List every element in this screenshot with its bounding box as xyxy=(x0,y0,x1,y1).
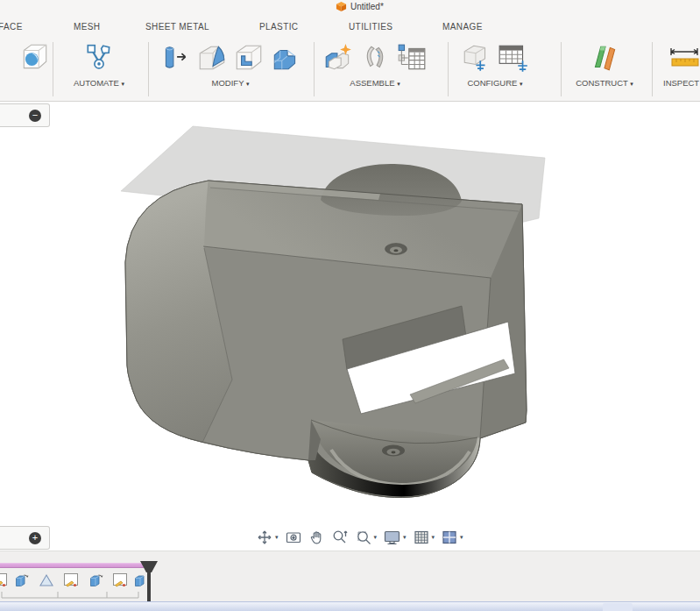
3d-model[interactable] xyxy=(125,164,527,498)
ribbon-toolbar: AUTOMATE ▾ xyxy=(0,37,700,102)
browser-panel-collapsed: − xyxy=(0,103,50,127)
viewports-icon xyxy=(441,529,458,546)
orbit-icon xyxy=(256,529,273,546)
status-notch xyxy=(603,603,633,611)
navigation-bar: ▾ xyxy=(256,527,463,548)
ribbon-tab-bar: FACE MESH SHEET METAL PLASTIC UTILITIES … xyxy=(0,15,700,37)
display-dropdown-caret[interactable]: ▾ xyxy=(403,534,407,541)
panel-collapse-button[interactable]: − xyxy=(29,110,41,122)
toolbar-group-modify: MODIFY ▾ xyxy=(156,40,305,88)
configuration-icon[interactable] xyxy=(460,40,493,75)
viewports-dropdown-caret[interactable]: ▾ xyxy=(460,534,463,541)
modify-group-label[interactable]: MODIFY ▾ xyxy=(156,78,305,88)
timeline-panel xyxy=(0,551,700,601)
toolbar-group-construct: CONSTRUCT ▾ xyxy=(562,40,647,88)
toolbar-group-assemble: ASSEMBLE ▾ xyxy=(318,40,432,88)
partial-tool-icon[interactable] xyxy=(0,40,16,75)
timeline-group-bracket xyxy=(0,590,149,600)
panel-expand-button[interactable]: + xyxy=(29,532,41,544)
orbit-button[interactable]: ▾ xyxy=(256,529,279,546)
timeline-feature-plane[interactable] xyxy=(39,572,54,588)
fit-icon xyxy=(355,529,372,546)
toolbar-separator xyxy=(53,42,53,96)
tab-mesh[interactable]: MESH xyxy=(74,22,101,32)
display-settings-button[interactable]: ▾ xyxy=(383,529,407,546)
new-component-icon[interactable] xyxy=(322,40,355,75)
press-pull-icon[interactable] xyxy=(159,40,192,75)
look-at-icon xyxy=(285,529,302,546)
tab-manage[interactable]: MANAGE xyxy=(442,22,483,32)
zoom-icon xyxy=(331,529,349,546)
document-cube-icon xyxy=(336,1,347,12)
display-settings-icon xyxy=(383,529,401,546)
configuration-table-icon[interactable] xyxy=(497,40,530,75)
fusion-window: Untitled* FACE MESH SHEET METAL PLASTIC … xyxy=(0,0,700,611)
combine-icon[interactable] xyxy=(269,40,302,75)
construction-plane-icon[interactable] xyxy=(588,40,621,75)
orbit-dropdown-caret[interactable]: ▾ xyxy=(275,534,279,541)
configure-group-label[interactable]: CONFIGURE ▾ xyxy=(449,78,541,88)
look-at-button[interactable] xyxy=(285,529,302,546)
toolbar-group-automate: AUTOMATE ▾ xyxy=(67,40,131,88)
assemble-group-label[interactable]: ASSEMBLE ▾ xyxy=(318,78,432,88)
tab-utilities[interactable]: UTILITIES xyxy=(349,22,392,32)
bom-icon[interactable] xyxy=(395,40,428,75)
fit-dropdown-caret[interactable]: ▾ xyxy=(374,534,378,541)
viewports-button[interactable]: ▾ xyxy=(441,529,463,546)
measure-icon[interactable] xyxy=(668,40,700,75)
tab-plastic[interactable]: PLASTIC xyxy=(259,22,298,32)
toolbar-group-create xyxy=(0,40,51,75)
timeline-feature-sketch[interactable] xyxy=(112,572,128,588)
toolbar-group-configure: CONFIGURE ▾ xyxy=(449,40,541,88)
grid-settings-icon xyxy=(413,529,430,546)
document-tab[interactable]: Untitled* xyxy=(336,1,384,12)
toolbar-separator xyxy=(314,42,315,96)
shell-icon[interactable] xyxy=(232,40,265,75)
construct-group-label[interactable]: CONSTRUCT ▾ xyxy=(562,78,647,88)
title-bar: Untitled* xyxy=(0,0,700,15)
timeline-feature-sketch[interactable] xyxy=(63,572,79,588)
comments-panel-collapsed: + xyxy=(0,526,50,550)
fillet-icon[interactable] xyxy=(195,40,229,75)
grid-dropdown-caret[interactable]: ▾ xyxy=(432,534,435,541)
pan-button[interactable] xyxy=(308,529,325,546)
status-bar xyxy=(0,601,700,611)
automate-icon[interactable] xyxy=(82,40,116,75)
automate-group-label[interactable]: AUTOMATE ▾ xyxy=(67,78,131,88)
timeline-feature-extrude[interactable] xyxy=(88,572,103,588)
zoom-button[interactable] xyxy=(331,529,349,546)
inspect-group-label[interactable]: INSPECT ▾ xyxy=(657,78,700,88)
grid-settings-button[interactable]: ▾ xyxy=(413,529,435,546)
toolbar-separator xyxy=(652,42,653,96)
tab-sheet-metal[interactable]: SHEET METAL xyxy=(145,22,209,32)
create-form-icon[interactable] xyxy=(19,40,51,75)
toolbar-separator xyxy=(448,42,449,96)
3d-scene[interactable] xyxy=(0,103,700,551)
pan-icon xyxy=(308,529,325,546)
document-title: Untitled* xyxy=(350,2,384,11)
toolbar-separator xyxy=(148,42,149,96)
timeline-feature-extrude[interactable] xyxy=(13,572,29,588)
toolbar-group-inspect: INSPECT ▾ xyxy=(657,40,700,88)
timeline-progress-bar[interactable] xyxy=(0,563,144,568)
timeline-feature-sketch[interactable] xyxy=(0,572,8,588)
tab-surface[interactable]: FACE xyxy=(0,22,23,32)
fit-button[interactable]: ▾ xyxy=(355,529,378,546)
joint-icon[interactable] xyxy=(358,40,392,75)
viewport-canvas[interactable]: − + ▾ xyxy=(0,103,700,551)
